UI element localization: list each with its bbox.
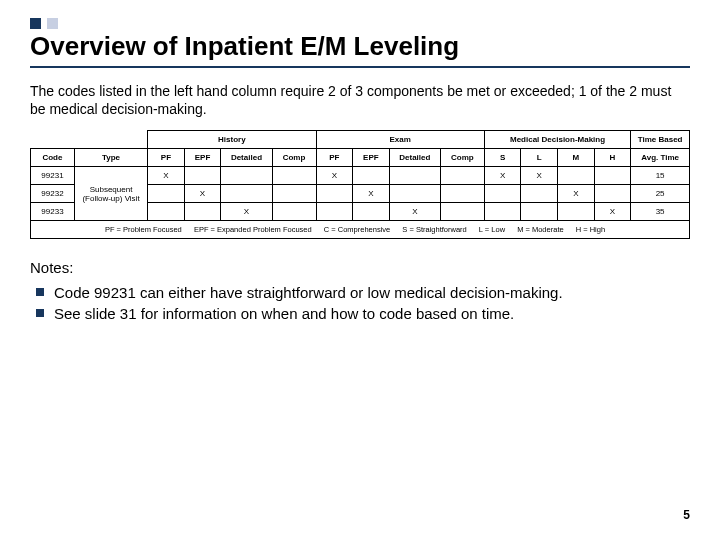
col-mdm: Medical Decision-Making — [484, 131, 630, 149]
bullet-icon — [36, 288, 44, 296]
notes-list: Code 99231 can either have straightforwa… — [30, 282, 690, 324]
table-legend: PF = Problem Focused EPF = Expanded Prob… — [31, 221, 690, 239]
type-cell: Subsequent (Follow-up) Visit — [74, 167, 147, 221]
page-title: Overview of Inpatient E/M Leveling — [30, 31, 690, 62]
square-icon — [30, 18, 41, 29]
slide: Overview of Inpatient E/M Leveling The c… — [0, 0, 720, 540]
em-table: History Exam Medical Decision-Making Tim… — [30, 130, 690, 239]
notes-heading: Notes: — [30, 259, 690, 276]
col-history: History — [148, 131, 316, 149]
list-item: See slide 31 for information on when and… — [36, 303, 690, 324]
bullet-icon — [36, 309, 44, 317]
table-col-header: Code Type PF EPF Detailed Comp PF EPF De… — [31, 149, 690, 167]
col-exam: Exam — [316, 131, 484, 149]
col-code: Code — [31, 149, 75, 167]
page-number: 5 — [683, 508, 690, 522]
list-item: Code 99231 can either have straightforwa… — [36, 282, 690, 303]
intro-text: The codes listed in the left hand column… — [30, 82, 690, 118]
accent-squares — [30, 18, 690, 29]
col-type: Type — [74, 149, 147, 167]
table-group-header: History Exam Medical Decision-Making Tim… — [31, 131, 690, 149]
title-rule — [30, 66, 690, 68]
table-row: 99231 Subsequent (Follow-up) Visit X X X… — [31, 167, 690, 185]
col-time: Time Based — [631, 131, 690, 149]
square-icon — [47, 18, 58, 29]
